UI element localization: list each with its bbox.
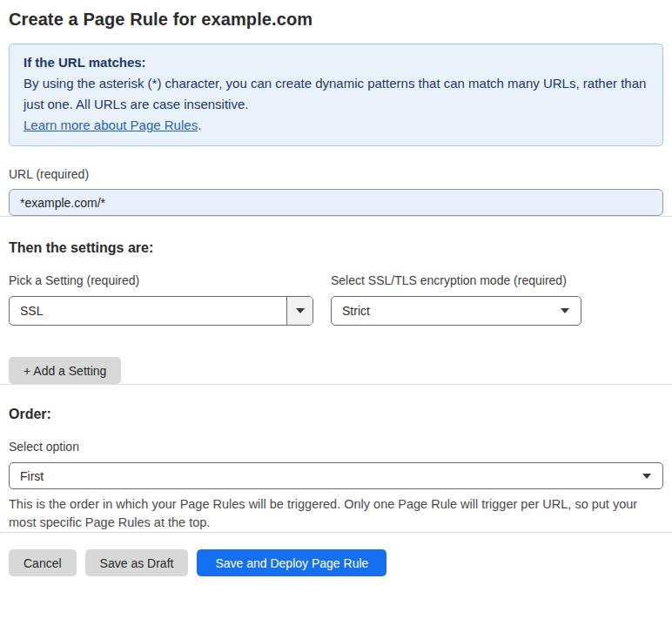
url-input[interactable] — [9, 189, 663, 216]
link-suffix: . — [198, 118, 201, 132]
ssl-mode-field: Select SSL/TLS encryption mode (required… — [331, 273, 581, 326]
order-select-value: First — [10, 469, 642, 483]
info-box-link-line: Learn more about Page Rules. — [24, 115, 648, 136]
info-box-body: By using the asterisk (*) character, you… — [24, 73, 648, 115]
divider — [0, 216, 672, 217]
footer-actions: Cancel Save as Draft Save and Deploy Pag… — [9, 549, 663, 576]
url-match-info-box: If the URL matches: By using the asteris… — [9, 44, 663, 146]
ssl-mode-select[interactable]: Strict — [331, 296, 581, 326]
chevron-down-glyph — [642, 474, 651, 479]
add-setting-button[interactable]: + Add a Setting — [9, 357, 121, 384]
order-select-label: Select option — [9, 440, 663, 454]
info-box-heading: If the URL matches: — [24, 52, 648, 73]
save-as-draft-button[interactable]: Save as Draft — [85, 549, 189, 576]
url-label: URL (required) — [9, 167, 663, 182]
learn-more-link[interactable]: Learn more about Page Rules — [24, 118, 198, 132]
ssl-mode-label: Select SSL/TLS encryption mode (required… — [331, 273, 581, 288]
settings-section-heading: Then the settings are: — [9, 239, 663, 256]
ssl-mode-select-value: Strict — [332, 304, 561, 318]
order-help-text: This is the order in which your Page Rul… — [9, 495, 660, 532]
setting-select[interactable]: SSL — [9, 296, 313, 326]
chevron-down-icon — [642, 474, 662, 479]
divider — [0, 384, 672, 385]
setting-picker-label: Pick a Setting (required) — [9, 273, 313, 288]
save-and-deploy-button[interactable]: Save and Deploy Page Rule — [197, 549, 386, 576]
chevron-down-icon — [561, 308, 581, 313]
order-section-heading: Order: — [9, 406, 663, 422]
order-select[interactable]: First — [9, 462, 663, 489]
chevron-down-glyph — [296, 308, 305, 313]
chevron-down-icon[interactable] — [286, 297, 312, 325]
chevron-down-glyph — [561, 308, 569, 313]
page-title: Create a Page Rule for example.com — [9, 9, 663, 30]
cancel-button[interactable]: Cancel — [9, 549, 77, 576]
setting-select-value: SSL — [10, 304, 286, 318]
settings-row: Pick a Setting (required) SSL Select SSL… — [9, 273, 663, 326]
divider — [0, 532, 672, 533]
create-page-rule-form: Create a Page Rule for example.com If th… — [0, 0, 672, 619]
setting-picker-field: Pick a Setting (required) SSL — [9, 273, 313, 326]
